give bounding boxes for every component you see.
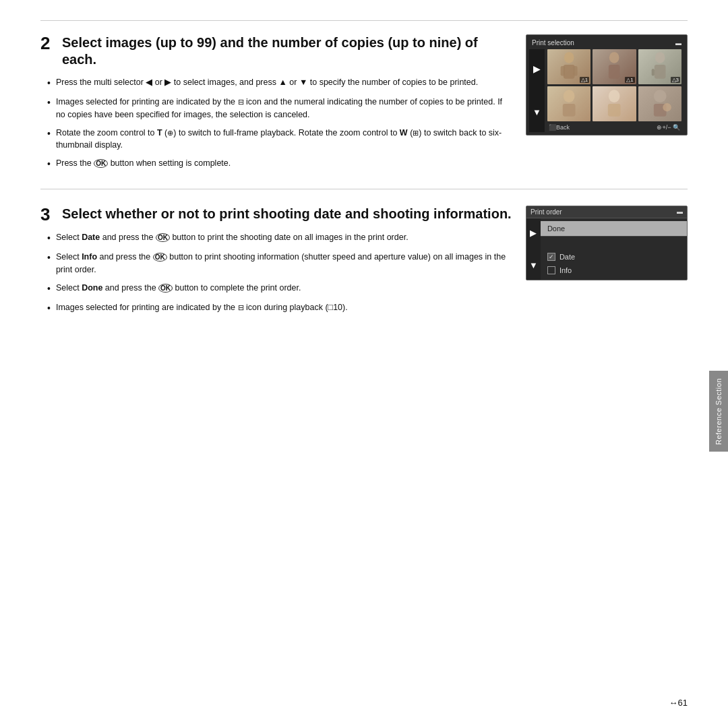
section-3: 3 Select whether or not to print shootin… <box>40 203 688 321</box>
print-order-screen: Print order ▬ ▶ ▼ Done ✓ Da <box>526 206 688 280</box>
step-3-number: 3 <box>40 206 55 223</box>
print-order-header-icon: ▬ <box>677 208 683 216</box>
svg-rect-7 <box>654 65 665 79</box>
print-order-content: Done ✓ Date Info <box>541 218 687 280</box>
bullet-2-1-text: Press the multi selector ◀ or ▶ to selec… <box>56 76 478 89</box>
thumbnail-4 <box>547 86 590 121</box>
step-2-title: Select images (up to 99) and the number … <box>62 34 512 68</box>
po-info-checkbox <box>547 266 555 274</box>
section-2: 2 Select images (up to 99) and the numbe… <box>40 34 688 189</box>
bullet-2-4-text: Press the OK button when setting is comp… <box>56 157 231 170</box>
bullet-3-3: Select Done and press the OK button to c… <box>47 282 512 296</box>
reference-section-label: Reference Section <box>715 378 723 445</box>
step-3-title: Select whether or not to print shooting … <box>62 206 512 222</box>
print-selection-body: ▶ ▼ <box>529 49 684 132</box>
thumbnail-2: △1 <box>593 49 636 84</box>
print-selection-header-icon: ▬ <box>675 40 681 47</box>
svg-rect-3 <box>573 66 577 76</box>
bullet-3-4: Images selected for printing are indicat… <box>47 301 512 315</box>
svg-point-4 <box>609 52 619 63</box>
bullet-3-4-text: Images selected for printing are indicat… <box>56 301 348 314</box>
po-info-label: Info <box>559 266 572 274</box>
svg-rect-1 <box>564 65 575 79</box>
bullet-3-3-text: Select Done and press the OK button to c… <box>56 282 301 295</box>
bullet-3-1: Select Date and press the OK button to p… <box>47 231 512 245</box>
nav-arrow-down: ▼ <box>533 107 541 117</box>
section-3-bullets: Select Date and press the OK button to p… <box>40 231 512 315</box>
thumbnail-2-badge: △1 <box>625 77 634 83</box>
thumbnail-3: △3 <box>638 49 681 84</box>
po-nav-up: ▶ <box>530 228 537 238</box>
po-date-row: ✓ Date <box>541 250 687 264</box>
thumbnail-5 <box>593 86 636 121</box>
bullet-2-2-text: Images selected for printing are indicat… <box>56 96 512 121</box>
step-2-number: 2 <box>40 34 55 52</box>
print-order-header: Print order ▬ <box>526 206 687 218</box>
page-number: ↔61 <box>669 698 688 708</box>
svg-point-0 <box>564 52 574 63</box>
page: 2 Select images (up to 99) and the numbe… <box>0 0 728 728</box>
thumbnail-3-badge: △3 <box>671 77 680 83</box>
section-3-left: 3 Select whether or not to print shootin… <box>40 206 512 321</box>
print-order-screen-container: Print order ▬ ▶ ▼ Done ✓ Da <box>526 206 688 321</box>
bullet-2-4: Press the OK button when setting is comp… <box>47 157 512 171</box>
bullet-2-2: Images selected for printing are indicat… <box>47 96 512 121</box>
thumbnails-area: △1 △1 <box>545 49 684 132</box>
thumbnail-5-img <box>593 86 636 121</box>
svg-point-6 <box>655 52 665 63</box>
po-info-row: Info <box>541 264 687 277</box>
po-date-label: Date <box>559 253 575 261</box>
thumbnail-6-img <box>638 86 681 121</box>
bullet-2-3: Rotate the zoom control to T (⊕) to swit… <box>47 127 512 152</box>
po-nav-down: ▼ <box>529 260 538 270</box>
footer-back: ⬛Back <box>549 124 570 131</box>
footer-zoom: ⊕+/− 🔍 <box>657 124 680 131</box>
screen-nav-left: ▶ ▼ <box>529 49 545 132</box>
thumbnail-1-badge: △1 <box>580 77 589 83</box>
svg-rect-10 <box>563 104 576 117</box>
bullet-2-1: Press the multi selector ◀ or ▶ to selec… <box>47 76 512 90</box>
print-selection-footer: ⬛Back ⊕+/− 🔍 <box>545 121 684 132</box>
print-order-body: ▶ ▼ Done ✓ Date Info <box>526 218 687 280</box>
print-order-title: Print order <box>530 208 562 216</box>
svg-point-11 <box>609 90 620 102</box>
svg-rect-5 <box>609 65 620 79</box>
po-date-checkbox: ✓ <box>547 253 555 261</box>
page-number-text: ↔61 <box>669 698 688 708</box>
svg-rect-2 <box>561 66 565 76</box>
svg-point-13 <box>653 90 666 102</box>
svg-point-9 <box>564 90 575 102</box>
thumbnails-grid: △1 △1 <box>545 49 684 121</box>
po-menu-done: Done <box>541 221 687 237</box>
bullet-3-2-text: Select Info and press the OK button to p… <box>56 251 512 276</box>
print-selection-title: Print selection <box>532 39 574 47</box>
print-order-nav: ▶ ▼ <box>526 218 541 280</box>
print-selection-screen: Print selection ▬ ▶ ▼ <box>526 34 688 135</box>
step-2-heading: 2 Select images (up to 99) and the numbe… <box>40 34 512 68</box>
svg-rect-8 <box>651 69 654 75</box>
nav-arrow-up: ▶ <box>533 64 540 74</box>
po-spacer <box>541 237 687 250</box>
thumbnail-4-img <box>547 86 590 121</box>
section-2-left: 2 Select images (up to 99) and the numbe… <box>40 34 512 177</box>
svg-rect-12 <box>608 104 621 117</box>
thumbnail-1: △1 <box>547 49 590 84</box>
bullet-3-2: Select Info and press the OK button to p… <box>47 251 512 276</box>
step-3-heading: 3 Select whether or not to print shootin… <box>40 206 512 223</box>
bullet-3-1-text: Select Date and press the OK button to p… <box>56 231 408 244</box>
print-selection-header: Print selection ▬ <box>529 38 684 49</box>
bullet-2-3-text: Rotate the zoom control to T (⊕) to swit… <box>56 127 512 152</box>
top-rule <box>40 20 688 21</box>
section-2-bullets: Press the multi selector ◀ or ▶ to selec… <box>40 76 512 171</box>
reference-section-tab: Reference Section <box>709 371 728 452</box>
thumbnail-6 <box>638 86 681 121</box>
print-selection-screen-container: Print selection ▬ ▶ ▼ <box>526 34 688 177</box>
svg-point-15 <box>663 103 671 111</box>
